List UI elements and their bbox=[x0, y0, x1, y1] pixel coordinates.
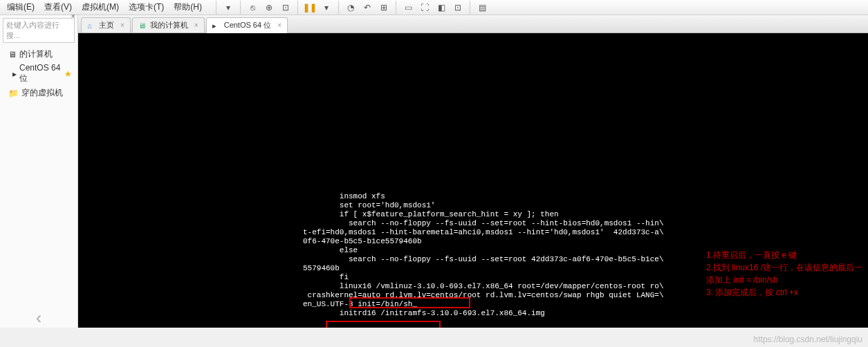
menu-tabs[interactable]: 选项卡(T) bbox=[124, 0, 168, 15]
pc-icon: 🖥 bbox=[138, 21, 147, 30]
toolbar-revert[interactable]: ↶ bbox=[360, 0, 375, 15]
sidebar-item-mycomputer[interactable]: 🖥 的计算机 bbox=[3, 47, 75, 62]
annotation-line: 1.待重启后，一直按 e 键 bbox=[706, 249, 862, 261]
separator bbox=[470, 1, 470, 15]
search-placeholder: 处键入内容进行搜... bbox=[6, 20, 71, 41]
separator bbox=[338, 1, 339, 15]
toolbar-manage[interactable]: ⊞ bbox=[376, 0, 391, 15]
annotation-text: 1.待重启后，一直按 e 键 2.找到 linux16 /这一行，在该信息的最后… bbox=[706, 249, 862, 299]
vm-icon: ▸ bbox=[12, 69, 17, 79]
folder-icon: 📁 bbox=[8, 88, 19, 98]
tab-label: 我的计算机 bbox=[150, 20, 188, 30]
annotation-line: 添加上 init = /bin/sh bbox=[706, 274, 862, 286]
sidebar-item-label: 穿的虚拟机 bbox=[21, 87, 63, 99]
pause-icon[interactable]: ❚❚ bbox=[302, 0, 317, 15]
menu-edit[interactable]: 编辑(E) bbox=[3, 0, 39, 15]
sidebar-item-centos[interactable]: ▸ CentOS 64 位 ★ bbox=[3, 62, 75, 86]
search-input[interactable]: × 处键入内容进行搜... bbox=[3, 18, 75, 43]
toolbar-expand[interactable]: ⊕ bbox=[261, 0, 277, 15]
close-icon[interactable]: × bbox=[194, 21, 198, 29]
toolbar-dropdown[interactable]: ▾ bbox=[221, 0, 236, 15]
close-icon[interactable]: × bbox=[71, 12, 75, 20]
separator bbox=[216, 1, 216, 15]
menubar: 编辑(E) 查看(V) 虚拟机(M) 选项卡(T) 帮助(H) ▾ ⎋ ⊕ ⊡ … bbox=[0, 0, 868, 15]
toolbar-usb[interactable]: ⊡ bbox=[278, 0, 293, 15]
annotation-line: 3. 添加完成后，按 ctrl +x bbox=[706, 286, 862, 299]
toolbar-unity[interactable]: ◧ bbox=[434, 0, 449, 15]
toolbar-window[interactable]: ⊡ bbox=[450, 0, 465, 15]
menu-help[interactable]: 帮助(H) bbox=[169, 0, 206, 15]
toolbar-library[interactable]: ▤ bbox=[474, 0, 490, 15]
sidebar-item-label: CentOS 64 位 bbox=[19, 63, 62, 84]
vm-console[interactable]: insmod xfs set root='hd0,msdos1' if [ x$… bbox=[78, 33, 868, 328]
close-icon[interactable]: × bbox=[277, 21, 281, 29]
sidebar: × 处键入内容进行搜... 🖥 的计算机 ▸ CentOS 64 位 ★ 📁 穿… bbox=[0, 15, 78, 328]
toolbar-snapshot[interactable]: ◔ bbox=[343, 0, 358, 15]
tab-label: 主页 bbox=[99, 20, 114, 30]
tab-home[interactable]: ⌂ 主页 × bbox=[81, 17, 131, 32]
toolbar-play-dropdown[interactable]: ▾ bbox=[319, 0, 334, 15]
star-icon: ★ bbox=[64, 69, 72, 79]
pc-icon: 🖥 bbox=[8, 50, 17, 59]
menu-vm[interactable]: 虚拟机(M) bbox=[77, 0, 123, 15]
main-area: × 处键入内容进行搜... 🖥 的计算机 ▸ CentOS 64 位 ★ 📁 穿… bbox=[0, 15, 868, 328]
highlight-box-init bbox=[349, 297, 470, 308]
toolbar-fullscreen[interactable]: ⛶ bbox=[417, 0, 432, 15]
separator bbox=[240, 1, 241, 15]
separator bbox=[297, 1, 298, 15]
sidebar-item-label: 的计算机 bbox=[19, 48, 53, 60]
toolbar-attach[interactable]: ⎋ bbox=[245, 0, 260, 15]
vm-icon: ▸ bbox=[212, 21, 221, 30]
sidebar-item-shared[interactable]: 📁 穿的虚拟机 bbox=[3, 86, 75, 100]
tab-label: CentOS 64 位 bbox=[224, 20, 271, 30]
tab-centos[interactable]: ▸ CentOS 64 位 × bbox=[206, 17, 288, 33]
separator bbox=[396, 1, 396, 15]
collapse-sidebar-button[interactable]: ‹ bbox=[0, 308, 77, 328]
content-area: ⌂ 主页 × 🖥 我的计算机 × ▸ CentOS 64 位 × insmod … bbox=[78, 15, 868, 328]
annotation-line: 2.找到 linux16 /这一行，在该信息的最后一 bbox=[706, 261, 862, 274]
sidebar-tree: 🖥 的计算机 ▸ CentOS 64 位 ★ 📁 穿的虚拟机 bbox=[0, 46, 77, 253]
toolbar-fit[interactable]: ▭ bbox=[400, 0, 416, 15]
close-icon[interactable]: × bbox=[120, 21, 124, 29]
watermark: https://blog.csdn.net/liujingqiu bbox=[754, 335, 862, 344]
home-icon: ⌂ bbox=[87, 21, 95, 30]
tabbar: ⌂ 主页 × 🖥 我的计算机 × ▸ CentOS 64 位 × bbox=[78, 15, 868, 33]
highlight-box-ctrlx bbox=[326, 321, 441, 328]
tab-mycomputer[interactable]: 🖥 我的计算机 × bbox=[132, 17, 205, 32]
